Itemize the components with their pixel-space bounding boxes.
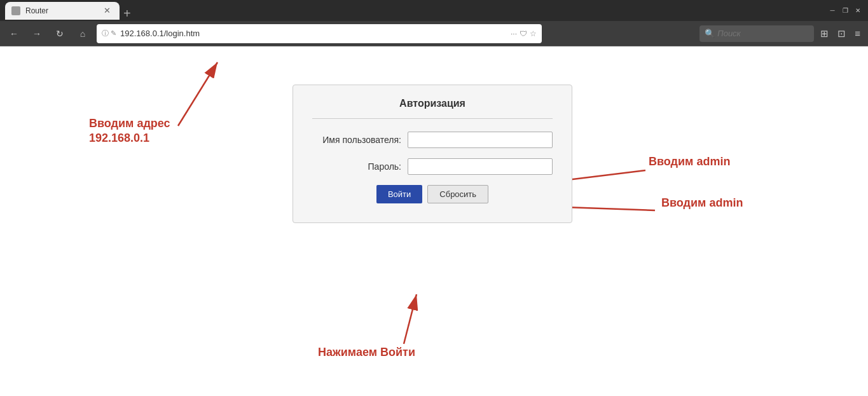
- username-row: Имя пользователя:: [312, 132, 553, 148]
- submit-annotation: Нажимаем Войти: [318, 345, 415, 360]
- tab-title: Router: [25, 6, 48, 15]
- new-tab-button[interactable]: +: [120, 7, 135, 20]
- window-controls: ─ ❐ ✕: [827, 6, 863, 16]
- tab-favicon: [11, 6, 20, 15]
- bookmarks-icon[interactable]: ⊞: [818, 25, 831, 42]
- svg-line-1: [178, 62, 217, 126]
- page-content: Вводим адрес 192.168.0.1 Вводим admin Вв…: [0, 46, 868, 396]
- tab-close-button[interactable]: ✕: [104, 6, 111, 15]
- restore-button[interactable]: ❐: [840, 6, 850, 16]
- login-title: Авторизация: [312, 98, 553, 119]
- password-annotation: Вводим admin: [661, 196, 743, 210]
- search-input[interactable]: [717, 29, 800, 38]
- bookmark-star-icon[interactable]: ☆: [530, 29, 537, 38]
- tab-bar: Router ✕ +: [5, 2, 822, 20]
- form-buttons: Войти Сбросить: [312, 185, 553, 203]
- username-annotation: Вводим admin: [649, 154, 730, 169]
- address-actions: ··· 🛡 ☆: [511, 29, 537, 38]
- home-button[interactable]: ⌂: [74, 25, 92, 43]
- search-bar[interactable]: 🔍: [699, 25, 814, 42]
- browser-tab[interactable]: Router ✕: [5, 2, 120, 20]
- login-button[interactable]: Войти: [376, 185, 422, 203]
- nav-bar: ← → ↻ ⌂ ⓘ ✎ ··· 🛡 ☆ 🔍 ⊞ ⊡ ≡: [0, 21, 868, 46]
- address-annotation: Вводим адрес 192.168.0.1: [89, 116, 170, 146]
- search-icon: 🔍: [705, 29, 715, 38]
- username-input[interactable]: [408, 132, 553, 148]
- reset-button[interactable]: Сбросить: [427, 185, 488, 203]
- svg-line-4: [404, 294, 417, 344]
- password-label: Пароль:: [312, 161, 408, 172]
- password-row: Пароль:: [312, 158, 553, 175]
- refresh-button[interactable]: ↻: [51, 25, 69, 43]
- back-button[interactable]: ←: [5, 25, 23, 43]
- shield-icon[interactable]: 🛡: [520, 29, 527, 38]
- forward-button[interactable]: →: [28, 25, 46, 43]
- more-options-icon[interactable]: ···: [511, 29, 517, 38]
- menu-icon[interactable]: ≡: [852, 25, 863, 41]
- address-bar-wrapper[interactable]: ⓘ ✎ ··· 🛡 ☆: [97, 24, 542, 43]
- title-bar: Router ✕ + ─ ❐ ✕: [0, 0, 868, 21]
- layout-icon[interactable]: ⊡: [835, 25, 848, 42]
- address-security-icon: ⓘ ✎: [102, 29, 116, 38]
- nav-right-controls: 🔍 ⊞ ⊡ ≡: [699, 25, 863, 42]
- address-input[interactable]: [120, 29, 507, 38]
- login-card: Авторизация Имя пользователя: Пароль: Во…: [293, 85, 572, 223]
- username-label: Имя пользователя:: [312, 135, 408, 145]
- close-button[interactable]: ✕: [853, 6, 863, 16]
- minimize-button[interactable]: ─: [827, 6, 837, 16]
- password-input[interactable]: [408, 158, 553, 175]
